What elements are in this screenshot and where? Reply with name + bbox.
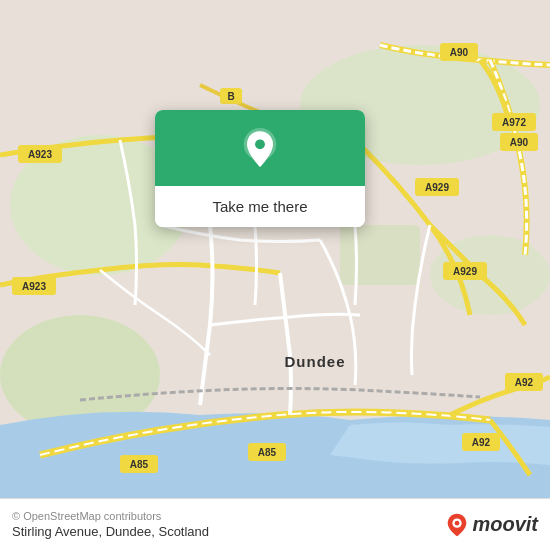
moovit-logo: moovit	[446, 512, 538, 538]
location-label: Stirling Avenue, Dundee, Scotland	[12, 524, 209, 539]
svg-text:A90: A90	[450, 47, 469, 58]
map-container: A923 A923 A929 A929 A972 A90 A90 A85 A85…	[0, 0, 550, 550]
popup-header	[155, 110, 365, 186]
svg-text:Dundee: Dundee	[284, 353, 345, 370]
svg-rect-4	[340, 225, 420, 285]
svg-text:A90: A90	[510, 137, 529, 148]
svg-text:A923: A923	[22, 281, 46, 292]
svg-point-33	[255, 139, 265, 149]
svg-text:A929: A929	[425, 182, 449, 193]
svg-text:B: B	[227, 91, 234, 102]
svg-text:A923: A923	[28, 149, 52, 160]
svg-text:A972: A972	[502, 117, 526, 128]
svg-text:A85: A85	[130, 459, 149, 470]
svg-text:A92: A92	[515, 377, 534, 388]
map-background: A923 A923 A929 A929 A972 A90 A90 A85 A85…	[0, 0, 550, 550]
location-popup: Take me there	[155, 110, 365, 227]
take-me-there-button[interactable]: Take me there	[155, 186, 365, 227]
location-pin-icon	[238, 128, 282, 172]
bottom-bar: © OpenStreetMap contributors Stirling Av…	[0, 498, 550, 550]
moovit-brand-text: moovit	[472, 513, 538, 536]
svg-text:A85: A85	[258, 447, 277, 458]
osm-attribution: © OpenStreetMap contributors	[12, 510, 209, 522]
moovit-pin-icon	[446, 512, 468, 538]
svg-text:A92: A92	[472, 437, 491, 448]
svg-point-35	[455, 520, 460, 525]
svg-text:A929: A929	[453, 266, 477, 277]
